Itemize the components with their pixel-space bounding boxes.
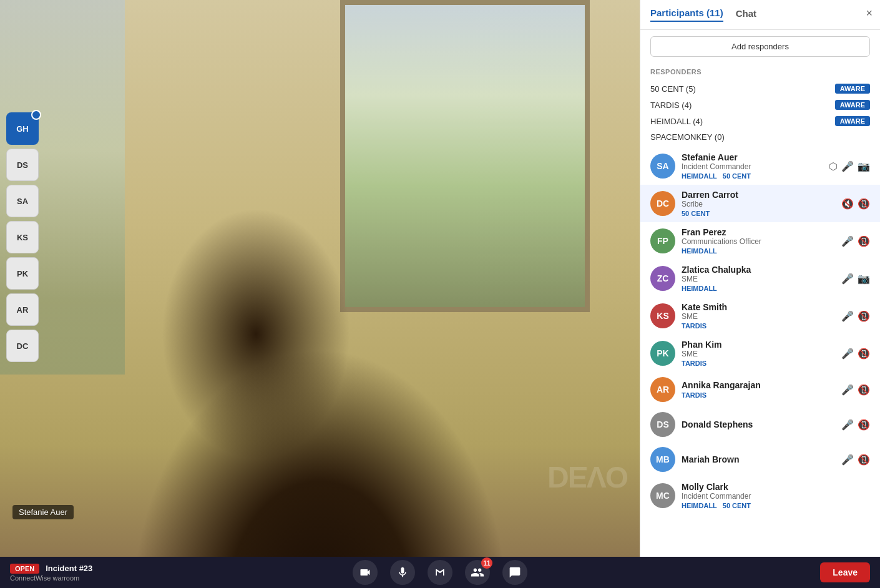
mic-icon[interactable]: 🎤 <box>841 384 854 396</box>
participant-info: Annika Rangarajan TARDIS <box>682 380 835 399</box>
participant-tags: HEIMDALL <box>682 247 835 255</box>
mic-icon[interactable]: 🎤 <box>841 273 854 285</box>
participant-avatar: FP <box>650 228 675 253</box>
responder-group-50cent[interactable]: 50 CENT (5) AWARE <box>650 81 870 97</box>
camera-button[interactable] <box>353 560 378 585</box>
participant-controls: 🎤 📵 <box>841 235 870 247</box>
responder-group-name: SPACEMONKEY (0) <box>650 132 725 142</box>
participant-name: Phan Kim <box>682 340 835 350</box>
cam-muted-icon[interactable]: 📵 <box>858 454 870 466</box>
responder-group-heimdall[interactable]: HEIMDALL (4) AWARE <box>650 113 870 129</box>
participant-controls: 🎤 📵 <box>841 348 870 360</box>
close-button[interactable]: × <box>866 7 873 19</box>
avatar-ks[interactable]: KS <box>6 221 39 253</box>
add-responders-button[interactable]: Add responders <box>650 36 870 57</box>
aware-badge-tardis: AWARE <box>835 100 870 110</box>
participant-zlatica-chalupka[interactable]: ZC Zlatica Chalupka SME HEIMDALL 🎤 📷 <box>640 260 880 297</box>
responder-group-spacemonkey[interactable]: SPACEMONKEY (0) <box>650 129 870 145</box>
participant-name: Annika Rangarajan <box>682 380 835 390</box>
participant-name: Fran Perez <box>682 227 835 237</box>
responder-group-tardis[interactable]: TARDIS (4) AWARE <box>650 97 870 113</box>
participant-tags: TARDIS <box>682 322 835 330</box>
responder-group-name: 50 CENT (5) <box>650 84 696 94</box>
incident-info: OPEN Incident #23 ConnectWise warroom <box>10 564 92 582</box>
speaker-label: Stefanie Auer <box>12 505 74 519</box>
participants-list: SA Stefanie Auer Incident Commander HEIM… <box>640 145 880 557</box>
cam-muted-icon[interactable]: 📵 <box>858 310 870 322</box>
participant-controls: 🎤 📵 <box>841 419 870 431</box>
participant-name: Stefanie Auer <box>682 152 823 162</box>
cam-icon[interactable]: 📷 <box>858 273 870 285</box>
responder-group-name: TARDIS (4) <box>650 100 692 110</box>
participant-role: Incident Commander <box>682 492 864 501</box>
panel-header: Participants (11) Chat × <box>640 0 880 30</box>
aware-badge-heimdall: AWARE <box>835 116 870 126</box>
participant-role: SME <box>682 312 835 321</box>
mic-icon[interactable]: 🎤 <box>841 160 854 172</box>
incident-title: Incident #23 <box>46 564 92 573</box>
participant-avatar: DC <box>650 191 675 216</box>
participant-role: Scribe <box>682 200 835 208</box>
cam-icon[interactable]: 📷 <box>858 160 870 172</box>
participant-mariah-brown[interactable]: MB Mariah Brown 🎤 📵 <box>640 442 880 477</box>
avatar-ar[interactable]: AR <box>6 293 39 326</box>
share-icon[interactable]: ⬡ <box>829 160 838 172</box>
mic-button[interactable] <box>390 560 415 585</box>
participant-darren-carrot[interactable]: DC Darren Carrot Scribe 50 CENT 🔇 📵 <box>640 185 880 222</box>
participant-role: Communications Officer <box>682 237 835 246</box>
avatar-pk[interactable]: PK <box>6 257 39 290</box>
participant-avatar: DS <box>650 412 675 437</box>
avatar-sa[interactable]: SA <box>6 185 39 217</box>
participants-count-badge: 11 <box>481 557 492 569</box>
participant-role: SME <box>682 275 835 283</box>
participant-name: Zlatica Chalupka <box>682 265 835 275</box>
participants-button[interactable]: 11 <box>465 560 490 585</box>
cam-muted-icon[interactable]: 📵 <box>858 384 870 396</box>
cam-muted-icon[interactable]: 📵 <box>858 419 870 431</box>
participant-info: Darren Carrot Scribe 50 CENT <box>682 190 835 217</box>
incident-subtitle: ConnectWise warroom <box>10 574 92 582</box>
tab-chat[interactable]: Chat <box>736 8 756 21</box>
leave-button[interactable]: Leave <box>820 562 870 582</box>
avatar-badge <box>31 110 41 120</box>
avatar-gh[interactable]: GH <box>6 112 39 145</box>
mic-icon[interactable]: 🎤 <box>841 348 854 360</box>
mic-muted-icon[interactable]: 🔇 <box>841 198 854 210</box>
participant-avatar: PK <box>650 341 675 366</box>
participant-tags: TARDIS <box>682 391 835 399</box>
chat-button[interactable] <box>502 560 527 585</box>
incident-badge: OPEN <box>10 564 39 574</box>
avatar-dc[interactable]: DC <box>6 330 39 362</box>
participant-fran-perez[interactable]: FP Fran Perez Communications Officer HEI… <box>640 222 880 260</box>
cam-muted-icon[interactable]: 📵 <box>858 198 870 210</box>
tab-participants[interactable]: Participants (11) <box>650 7 723 22</box>
participant-stefanie-auer[interactable]: SA Stefanie Auer Incident Commander HEIM… <box>640 147 880 185</box>
participant-annika-rangarajan[interactable]: AR Annika Rangarajan TARDIS 🎤 📵 <box>640 372 880 407</box>
mic-icon[interactable]: 🎤 <box>841 454 854 466</box>
participant-info: Molly Clark Incident Commander HEIMDALL … <box>682 482 864 509</box>
avatar-ds[interactable]: DS <box>6 149 39 181</box>
participant-controls: 🎤 📷 <box>841 273 870 285</box>
cam-muted-icon[interactable]: 📵 <box>858 348 870 360</box>
cam-muted-icon[interactable]: 📵 <box>858 235 870 247</box>
participant-controls: 🎤 📵 <box>841 384 870 396</box>
participant-tags: HEIMDALL 50 CENT <box>682 172 823 180</box>
participant-info: Kate Smith SME TARDIS <box>682 302 835 330</box>
bottom-bar: OPEN Incident #23 ConnectWise warroom 11 <box>0 557 880 588</box>
mic-icon[interactable]: 🎤 <box>841 419 854 431</box>
person-video-feed <box>0 0 640 557</box>
participant-kate-smith[interactable]: KS Kate Smith SME TARDIS 🎤 📵 <box>640 297 880 335</box>
share-button[interactable] <box>428 560 452 585</box>
participant-info: Phan Kim SME TARDIS <box>682 340 835 367</box>
participant-avatar: ZC <box>650 266 675 291</box>
participant-donald-stephens[interactable]: DS Donald Stephens 🎤 📵 <box>640 407 880 442</box>
aware-badge-50cent: AWARE <box>835 84 870 94</box>
responder-group-name: HEIMDALL (4) <box>650 117 703 126</box>
participant-role: SME <box>682 350 835 358</box>
participant-role: Incident Commander <box>682 162 823 171</box>
participant-molly-clark[interactable]: MC Molly Clark Incident Commander HEIMDA… <box>640 477 880 514</box>
participant-avatar: MB <box>650 447 675 472</box>
mic-icon[interactable]: 🎤 <box>841 235 854 247</box>
mic-icon[interactable]: 🎤 <box>841 310 854 322</box>
participant-phan-kim[interactable]: PK Phan Kim SME TARDIS 🎤 📵 <box>640 335 880 372</box>
